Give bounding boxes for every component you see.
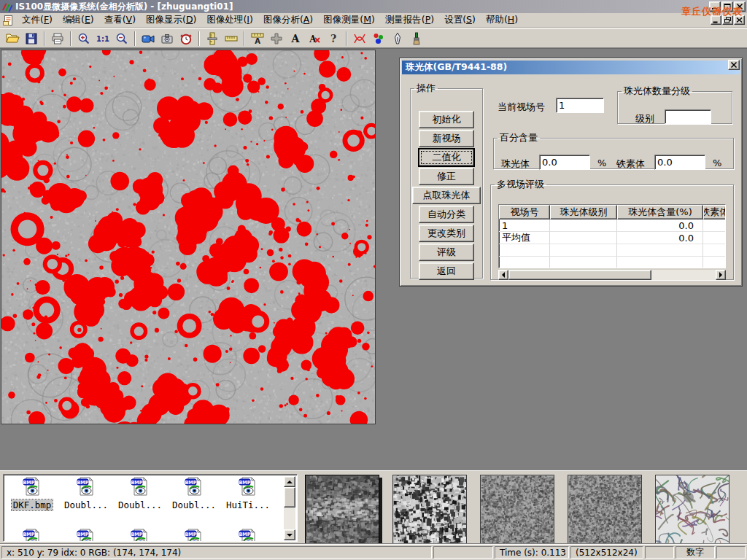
table-row[interactable]: 平均值0.0 — [499, 232, 726, 244]
menu-item[interactable]: 图像处理(I) — [201, 12, 258, 28]
menu-item[interactable]: 编辑(E) — [58, 12, 99, 28]
file-item-partial[interactable]: BMP — [167, 529, 221, 542]
application-window: IS100显微摄像系统(金相分析版) - [zhuguangti01] 章丘仪器… — [0, 0, 747, 560]
file-list-scrollbar[interactable] — [284, 476, 295, 540]
print-button[interactable] — [48, 30, 67, 47]
zoom-out-icon — [115, 31, 129, 46]
thumbnail-preview[interactable] — [655, 475, 729, 544]
text-button[interactable]: A — [286, 30, 305, 47]
file-item[interactable]: BMPHuiTi... — [221, 477, 275, 510]
file-item-partial[interactable]: BMP — [5, 529, 59, 542]
timer-button[interactable] — [177, 30, 196, 47]
svg-text:BMP: BMP — [77, 532, 88, 537]
close-button[interactable] — [734, 1, 746, 12]
menu-item[interactable]: 文件(F) — [17, 12, 58, 28]
ferrite-percent-input[interactable] — [654, 155, 705, 170]
current-field-input[interactable] — [556, 98, 604, 113]
table-cell — [550, 257, 617, 268]
op-button-点取珠光体[interactable]: 点取珠光体 — [412, 187, 481, 204]
file-item[interactable]: BMPDKF.bmp — [5, 477, 59, 510]
measure-font-button[interactable]: A — [248, 30, 267, 47]
table-row[interactable] — [499, 257, 726, 268]
actual-size-button[interactable]: 1:1 — [93, 30, 112, 47]
menu-item[interactable]: 图像测量(M) — [318, 12, 380, 28]
delete-text-button[interactable]: A — [305, 30, 324, 47]
zoom-out-button[interactable] — [112, 30, 131, 47]
minimize-button[interactable] — [709, 1, 721, 12]
table-cell: 0.0 — [617, 219, 703, 232]
thumbnail-preview[interactable] — [568, 475, 642, 544]
mdi-minimize-button[interactable] — [711, 15, 721, 25]
menu-item[interactable]: 图像显示(D) — [141, 12, 201, 28]
zoom-in-button[interactable] — [74, 30, 93, 47]
table-cell: 平均值 — [499, 232, 550, 244]
file-list-row2: BMPBMPBMPBMPBMP — [5, 529, 275, 542]
merge-cells-button[interactable] — [267, 30, 286, 47]
file-item[interactable]: BMPDoubl... — [59, 477, 113, 510]
toolbar-separator — [70, 31, 71, 46]
level-input[interactable] — [665, 109, 711, 124]
scrollbar-track[interactable] — [651, 270, 716, 280]
save-button[interactable] — [22, 30, 41, 47]
curve-tool-button[interactable] — [350, 30, 369, 47]
maximize-button[interactable] — [721, 1, 733, 12]
help-button[interactable]: ? — [324, 30, 343, 47]
mdi-close-button[interactable] — [734, 15, 745, 25]
table-cell — [550, 232, 617, 244]
op-button-评级[interactable]: 评级 — [419, 244, 474, 261]
table-cell — [703, 244, 726, 257]
pearlite-percent-input[interactable] — [539, 155, 590, 170]
menu-item[interactable]: 图像分析(A) — [258, 12, 318, 28]
caliper-icon — [205, 31, 220, 46]
classify-balls-button[interactable] — [369, 30, 388, 47]
op-button-更改类别[interactable]: 更改类别 — [419, 225, 474, 242]
file-item-partial[interactable]: BMP — [59, 529, 113, 542]
scroll-right-button[interactable] — [716, 270, 726, 280]
table-row[interactable] — [499, 244, 726, 257]
video-camera-button[interactable] — [139, 30, 158, 47]
table-cell — [703, 232, 726, 244]
pen-tool-button[interactable] — [388, 30, 407, 47]
file-item-partial[interactable]: BMP — [113, 529, 167, 542]
table-row[interactable]: 10.0 — [499, 219, 726, 232]
toolbar-separator — [134, 31, 136, 46]
file-name: HuiTi... — [225, 499, 271, 510]
mdi-restore-button[interactable] — [722, 15, 733, 25]
ruler-button[interactable] — [222, 30, 241, 47]
file-item-partial[interactable]: BMP — [221, 529, 275, 542]
scroll-left-button[interactable] — [498, 270, 508, 280]
menu-item[interactable]: 帮助(H) — [481, 12, 523, 28]
thumbnail-preview[interactable] — [305, 475, 379, 544]
op-button-自动分类[interactable]: 自动分类 — [419, 206, 474, 223]
scroll-up-button[interactable] — [284, 476, 295, 487]
metallograph-image[interactable] — [1, 50, 376, 424]
scrollbar-thumb[interactable] — [508, 270, 651, 280]
op-button-新视场[interactable]: 新视场 — [419, 130, 474, 147]
column-header: 视场号 — [499, 205, 550, 219]
grading-group: 珠光体数量分级 级别 — [617, 85, 732, 124]
menu-item[interactable]: 设置(S) — [439, 12, 481, 28]
dialog-title: 珠光体(GB/T9441-88) — [406, 61, 507, 74]
dialog-close-button[interactable] — [728, 60, 740, 70]
operations-label: 操作 — [414, 82, 438, 95]
percent-label: 百分含量 — [498, 131, 540, 144]
op-button-二值化[interactable]: 二值化 — [419, 149, 474, 166]
op-button-返回[interactable]: 返回 — [419, 262, 474, 280]
op-button-初始化[interactable]: 初始化 — [419, 111, 474, 128]
scrollbar-thumb[interactable] — [284, 487, 295, 508]
thumbnail-preview[interactable] — [392, 475, 467, 544]
menu-item[interactable]: 测量报告(P) — [380, 12, 439, 28]
menu-item[interactable]: 查看(V) — [99, 12, 141, 28]
caliper-button[interactable] — [203, 30, 222, 47]
table-horizontal-scrollbar[interactable] — [498, 270, 726, 280]
open-button[interactable] — [3, 30, 22, 47]
column-header: 铁素体含量(%) — [703, 205, 726, 219]
brush-tool-button[interactable] — [407, 30, 426, 47]
file-item[interactable]: BMPDoubl... — [113, 477, 167, 510]
scroll-down-button[interactable] — [284, 529, 295, 540]
op-button-修正[interactable]: 修正 — [419, 168, 474, 185]
dialog-title-bar[interactable]: 珠光体(GB/T9441-88) — [402, 61, 740, 74]
file-item[interactable]: BMPDoubl... — [167, 477, 221, 510]
photo-camera-button[interactable] — [158, 30, 177, 47]
thumbnail-preview[interactable] — [480, 475, 554, 544]
